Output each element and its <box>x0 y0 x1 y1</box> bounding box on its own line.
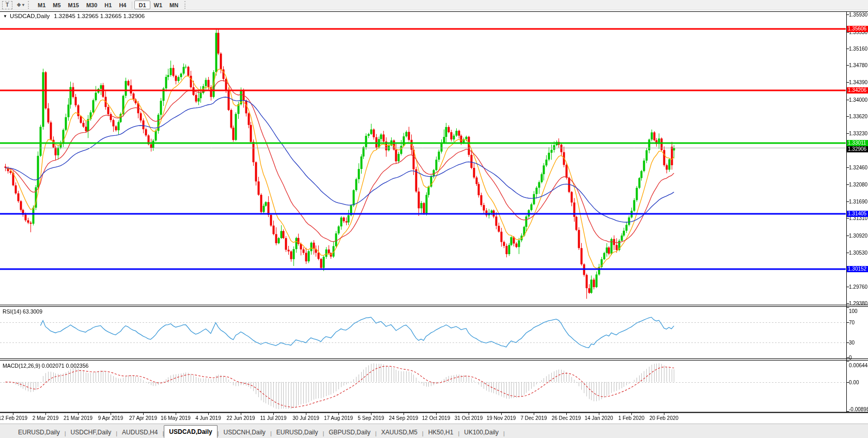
price-tick-label: 1.33620 <box>849 114 867 119</box>
styler-icon: ❖ <box>17 2 21 8</box>
level-price-tag: 1.31405 <box>847 211 868 217</box>
date-tick-label: 9 Apr 2019 <box>98 415 123 421</box>
level-price-tag: 1.33011 <box>847 140 868 146</box>
date-tick-label: 11 Jul 2019 <box>260 415 287 421</box>
timeframe-button-m5[interactable]: M5 <box>49 1 64 9</box>
timeframe-button-group: M1M5M15M30H1H4D1W1MN <box>34 1 182 9</box>
date-tick-label: 5 Sep 2019 <box>358 415 384 421</box>
price-tick-label: 1.31690 <box>849 199 867 205</box>
date-tick-label: 20 Feb 2020 <box>649 415 678 421</box>
timeframe-button-mn[interactable]: MN <box>166 1 182 9</box>
timeframe-button-d1[interactable]: D1 <box>134 1 150 9</box>
price-tick-label: 1.35160 <box>849 46 867 52</box>
chart-symbol-label: USDCAD,Daily <box>10 13 50 19</box>
price-tick-label: 1.30920 <box>849 233 867 239</box>
text-label-tool-button[interactable]: T <box>2 1 12 9</box>
timeframe-button-m30[interactable]: M30 <box>83 1 101 9</box>
tab-separator: | <box>503 430 505 436</box>
date-tick-label: 26 Dec 2019 <box>552 415 581 421</box>
rsi-tick-label: 70 <box>849 320 855 325</box>
date-tick-label: 4 Jun 2019 <box>195 415 221 421</box>
chart-tab-uk100-daily[interactable]: UK100,Daily <box>459 427 503 437</box>
price-tick-label: 1.35930 <box>849 12 867 18</box>
chart-tab-usdcnh-daily[interactable]: USDCNH,Daily <box>219 427 270 437</box>
chart-tab-hk50-h1[interactable]: HK50,H1 <box>424 427 458 437</box>
timeframe-button-m15[interactable]: M15 <box>65 1 83 9</box>
chart-tab-xauusd-m5[interactable]: XAUUSD,M5 <box>377 427 422 437</box>
timeframe-button-h4[interactable]: H4 <box>115 1 130 9</box>
date-tick-label: 30 Jul 2019 <box>292 415 319 421</box>
macd-tick-label: 0.006448 <box>849 363 868 368</box>
date-tick-label: 21 Mar 2019 <box>64 415 92 421</box>
styler-tool-button[interactable]: ❖ ▾ <box>16 1 25 9</box>
date-tick-label: 16 May 2019 <box>161 415 191 421</box>
date-tick-label: 12 Oct 2019 <box>422 415 450 421</box>
macd-tick-label: -0.008982 <box>849 406 868 412</box>
chart-tab-usdchf-daily[interactable]: USDCHF,Daily <box>66 427 116 437</box>
rsi-tick-label: 100 <box>849 308 858 314</box>
chevron-down-icon: ▾ <box>22 3 24 7</box>
trading-terminal: T ❖ ▾ M1M5M15M30H1H4D1W1MN ▼USDCAD,Daily… <box>0 0 868 438</box>
date-tick-label: 24 Sep 2019 <box>389 415 419 421</box>
macd-indicator-label: MACD(12,26,9) 0.002071 0.002356 <box>3 363 88 369</box>
timeframe-button-m1[interactable]: M1 <box>34 1 49 9</box>
chart-tab-audusd-h4[interactable]: AUDUSD,H4 <box>117 427 162 437</box>
date-tick-label: 2 Mar 2019 <box>33 415 59 421</box>
toolbar-drag-handle[interactable] <box>28 1 32 9</box>
chart-tab-eurusd-daily[interactable]: EURUSD,Daily <box>272 427 323 437</box>
chart-menu-icon[interactable]: ▼ <box>3 14 7 19</box>
chart-tab-eurusd-daily[interactable]: EURUSD,Daily <box>13 427 65 437</box>
date-tick-label: 17 Aug 2019 <box>324 415 353 421</box>
timeframe-button-h1[interactable]: H1 <box>101 1 115 9</box>
chart-title: ▼USDCAD,Daily1.32845 1.32965 1.32665 1.3… <box>3 13 145 19</box>
price-chart-canvas[interactable] <box>0 0 868 438</box>
toolbar-separator <box>132 2 132 9</box>
timeframe-button-w1[interactable]: W1 <box>150 1 166 9</box>
price-tick-label: 1.34000 <box>849 97 867 103</box>
date-tick-label: 22 Jun 2019 <box>226 415 255 421</box>
rsi-tick-label: 30 <box>849 340 855 346</box>
toolbar-drag-handle[interactable] <box>184 1 188 9</box>
price-tick-label: 1.34780 <box>849 62 867 68</box>
price-tick-label: 1.30530 <box>849 250 867 256</box>
time-axis[interactable]: 12 Feb 20192 Mar 201921 Mar 20199 Apr 20… <box>0 413 868 424</box>
price-tick-label: 1.32460 <box>849 165 867 170</box>
macd-tick-label: 0.00 <box>849 380 859 385</box>
date-tick-label: 27 Apr 2019 <box>129 415 157 421</box>
chart-tab-bar: EURUSD,Daily|USDCHF,Daily|AUDUSD,H4|USDC… <box>0 424 868 438</box>
panel-divider[interactable] <box>0 358 868 361</box>
current-price-tag: 1.32906 <box>847 146 868 152</box>
date-tick-label: 14 Jan 2020 <box>584 415 613 421</box>
date-tick-label: 19 Nov 2019 <box>487 415 516 421</box>
chart-ohlc-values: 1.32845 1.32965 1.32665 1.32906 <box>54 13 145 19</box>
panel-divider[interactable] <box>0 304 868 307</box>
chart-tab-usdcad-daily[interactable]: USDCAD,Daily <box>164 425 217 438</box>
price-tick-label: 1.29760 <box>849 284 867 290</box>
price-tick-label: 1.32080 <box>849 182 867 187</box>
chart-tab-gbpusd-daily[interactable]: GBPUSD,Daily <box>324 427 375 437</box>
date-tick-label: 12 Feb 2019 <box>0 415 27 421</box>
rsi-indicator-label: RSI(14) 63.3009 <box>3 308 42 315</box>
level-price-tag: 1.34206 <box>847 87 868 93</box>
date-tick-label: 1 Feb 2020 <box>618 415 645 421</box>
toolbar: T ❖ ▾ M1M5M15M30H1H4D1W1MN <box>0 0 868 10</box>
date-tick-label: 7 Dec 2019 <box>520 415 547 421</box>
level-price-tag: 1.35606 <box>847 26 868 32</box>
price-tick-label: 1.33230 <box>849 131 867 136</box>
price-tick-label: 1.34390 <box>849 80 867 85</box>
level-price-tag: 1.30152 <box>847 266 868 272</box>
date-tick-label: 31 Oct 2019 <box>455 415 483 421</box>
